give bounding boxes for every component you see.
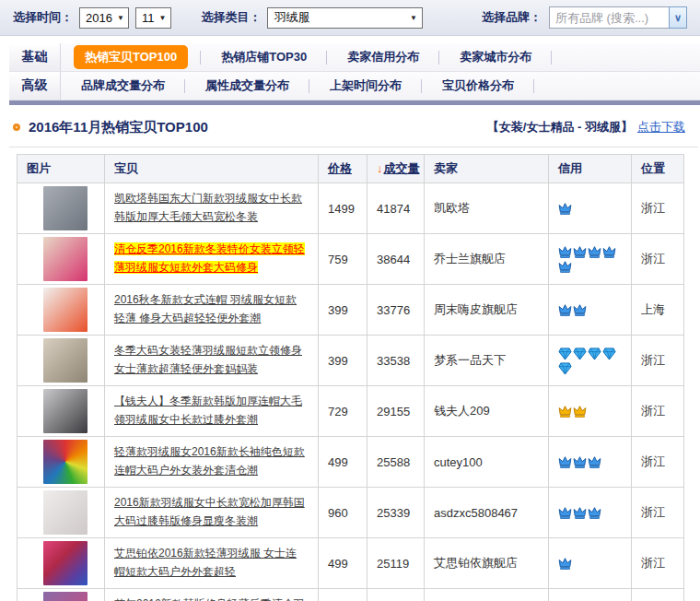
category-select-value: 羽绒服 bbox=[274, 9, 309, 26]
price-cell: 960 bbox=[319, 488, 368, 538]
bullet-icon bbox=[13, 124, 20, 131]
credit-crown-icon bbox=[602, 245, 616, 259]
brand-search-input[interactable] bbox=[549, 6, 669, 29]
year-select[interactable]: 2016 ▼ bbox=[79, 7, 129, 29]
product-thumbnail[interactable] bbox=[43, 490, 88, 535]
product-title-link[interactable]: 【钱夫人】冬季新款韩版加厚连帽大毛领羽绒服女中长款过膝外套潮 bbox=[114, 395, 302, 426]
product-thumbnail[interactable] bbox=[43, 389, 88, 433]
credit-cell bbox=[549, 285, 632, 336]
volume-cell: 25119 bbox=[368, 538, 425, 589]
product-thumbnail[interactable] bbox=[43, 288, 88, 332]
tab-hot-shops-top30[interactable]: 热销店铺TOP30 bbox=[201, 43, 327, 71]
credit-diamond-icon bbox=[558, 347, 572, 360]
month-select-value: 11 bbox=[142, 11, 155, 25]
product-thumbnail[interactable] bbox=[43, 186, 88, 230]
product-title-link[interactable]: 凯欧塔韩国东大门新款羽绒服女中长款韩版加厚大毛领大码宽松冬装 bbox=[114, 192, 302, 223]
price-cell: 729 bbox=[319, 386, 368, 437]
product-thumbnail[interactable] bbox=[43, 237, 88, 281]
location-cell: 浙江 bbox=[632, 386, 684, 437]
tab-label: 卖家城市分布 bbox=[460, 49, 531, 65]
item-cell: 冬季大码女装轻薄羽绒服短款立领修身女士薄款超薄轻便外套妈妈装 bbox=[105, 336, 319, 386]
product-title-link[interactable]: 2016新款羽绒服女中长款宽松加厚韩国大码过膝韩版修身显瘦冬装潮 bbox=[114, 496, 305, 527]
credit-cell bbox=[549, 437, 632, 488]
tab-item-price-distribution[interactable]: 宝贝价格分布 bbox=[422, 72, 534, 100]
chevron-down-icon: ▼ bbox=[159, 14, 167, 22]
chevron-down-icon: ∨ bbox=[674, 13, 682, 23]
header-price-sort[interactable]: 价格 bbox=[319, 155, 368, 183]
image-cell bbox=[18, 488, 105, 538]
tab-seller-credit-distribution[interactable]: 卖家信用分布 bbox=[327, 43, 439, 71]
volume-cell: 33538 bbox=[368, 336, 425, 386]
credit-crown-icon bbox=[573, 506, 587, 520]
table-row: 2016新款羽绒服女中长款宽松加厚韩国大码过膝韩版修身显瘦冬装潮96025339… bbox=[18, 488, 684, 538]
product-title-link[interactable]: 茄甸2016新款韩版修身轻薄反季清仓羽绒服女短款连 bbox=[114, 597, 305, 601]
tabs-basic: 热销宝贝TOP100 热销店铺TOP30 卖家信用分布 卖家城市分布 bbox=[61, 43, 700, 71]
tab-label: 宝贝价格分布 bbox=[442, 77, 514, 94]
tab-label: 品牌成交量分布 bbox=[81, 77, 165, 94]
tab-row-advanced: 高级 品牌成交量分布 属性成交量分布 上架时间分布 宝贝价格分布 bbox=[9, 72, 700, 100]
credit-crown-icon bbox=[588, 245, 601, 259]
image-cell bbox=[18, 285, 105, 336]
product-thumbnail[interactable] bbox=[43, 592, 88, 601]
location-cell: 浙江 bbox=[632, 336, 684, 386]
product-title-link[interactable]: 艾思铂依2016新款轻薄羽绒服 女士连帽短款大码户外外套超轻 bbox=[114, 547, 297, 578]
product-title-link[interactable]: 2016秋冬新款女式连帽 羽绒服女短款轻薄 修身大码超轻轻便外套潮 bbox=[114, 293, 297, 324]
tab-group-basic-label: 基础 bbox=[9, 43, 61, 71]
credit-diamond-icon bbox=[588, 347, 601, 360]
location-cell: 浙江 bbox=[632, 538, 684, 589]
item-cell: 2016新款羽绒服女中长款宽松加厚韩国大码过膝韩版修身显瘦冬装潮 bbox=[105, 488, 319, 538]
category-select[interactable]: 羽绒服 ▼ bbox=[267, 7, 423, 29]
volume-sort-link[interactable]: 成交量 bbox=[384, 161, 420, 175]
product-title-link[interactable]: 冬季大码女装轻薄羽绒服短款立领修身女士薄款超薄轻便外套妈妈装 bbox=[114, 344, 302, 375]
table-row: 清仓反季2016新款冬装特价女装立领轻薄羽绒服女短款外套大码修身75938644… bbox=[18, 234, 684, 285]
download-link[interactable]: 点击下载 bbox=[637, 119, 685, 136]
credit-cell bbox=[549, 589, 632, 601]
price-cell: 499 bbox=[319, 538, 368, 589]
section-header: 2016年11月热销宝贝TOP100 【女装/女士精品 - 羽绒服】 点击下载 bbox=[13, 117, 685, 137]
product-title-link[interactable]: 清仓反季2016新款冬装特价女装立领轻薄羽绒服女短款外套大码修身 bbox=[114, 242, 305, 274]
item-cell: 茄甸2016新款韩版修身轻薄反季清仓羽绒服女短款连 bbox=[105, 589, 319, 601]
volume-cell: 33776 bbox=[368, 285, 425, 336]
credit-cell bbox=[549, 488, 632, 538]
tab-attribute-volume-distribution[interactable]: 属性成交量分布 bbox=[185, 72, 309, 100]
price-cell: 399 bbox=[319, 336, 368, 386]
tab-brand-volume-distribution[interactable]: 品牌成交量分布 bbox=[61, 72, 185, 100]
seller-cell: asdzxc5808467 bbox=[425, 488, 549, 538]
brand-dropdown-button[interactable]: ∨ bbox=[669, 6, 687, 29]
product-thumbnail[interactable] bbox=[43, 541, 88, 585]
tab-label: 热销店铺TOP30 bbox=[221, 49, 307, 65]
header-image: 图片 bbox=[18, 155, 105, 183]
credit-crown-icon bbox=[573, 245, 587, 259]
location-cell: 浙江 bbox=[632, 183, 684, 234]
table-header-row: 图片 宝贝 价格 ↓成交量 卖家 信用 位置 bbox=[18, 155, 684, 183]
location-cell bbox=[632, 589, 684, 601]
seller-cell: 艾思铂依旗舰店 bbox=[425, 538, 549, 589]
chevron-down-icon: ▼ bbox=[117, 14, 124, 22]
tab-seller-city-distribution[interactable]: 卖家城市分布 bbox=[439, 43, 552, 71]
tab-listing-time-distribution[interactable]: 上架时间分布 bbox=[309, 72, 422, 100]
credit-crown-icon bbox=[558, 202, 572, 216]
price-sort-link[interactable]: 价格 bbox=[328, 161, 352, 175]
seller-cell: 凯欧塔 bbox=[425, 183, 549, 234]
product-thumbnail[interactable] bbox=[43, 338, 88, 383]
month-select[interactable]: 11 ▼ bbox=[135, 7, 171, 29]
item-cell: 2016秋冬新款女式连帽 羽绒服女短款轻薄 修身大码超轻轻便外套潮 bbox=[105, 285, 319, 336]
tab-hot-items-top100[interactable]: 热销宝贝TOP100 bbox=[61, 43, 201, 71]
product-thumbnail[interactable] bbox=[43, 440, 88, 484]
section-header-right: 【女装/女士精品 - 羽绒服】 点击下载 bbox=[487, 119, 685, 136]
credit-crown-icon bbox=[558, 405, 572, 418]
time-filter-label: 选择时间： bbox=[13, 9, 73, 26]
tab-navigation: 基础 热销宝贝TOP100 热销店铺TOP30 卖家信用分布 卖家城市分布 高级 bbox=[9, 43, 700, 105]
tab-label: 卖家信用分布 bbox=[347, 49, 419, 65]
header-volume-sort[interactable]: ↓成交量 bbox=[368, 155, 425, 183]
price-cell bbox=[319, 589, 368, 601]
volume-cell: 38644 bbox=[368, 234, 425, 285]
tab-label: 上架时间分布 bbox=[330, 77, 402, 94]
image-cell bbox=[18, 183, 105, 234]
product-title-link[interactable]: 轻薄款羽绒服女2016新款长袖纯色短款连帽大码户外女装外套清仓潮 bbox=[114, 445, 305, 477]
credit-crown-icon bbox=[558, 260, 572, 274]
volume-cell: 25339 bbox=[368, 488, 425, 538]
tab-label: 属性成交量分布 bbox=[205, 77, 289, 94]
item-cell: 轻薄款羽绒服女2016新款长袖纯色短款连帽大码户外女装外套清仓潮 bbox=[105, 437, 319, 488]
page-title: 2016年11月热销宝贝TOP100 bbox=[29, 119, 208, 136]
